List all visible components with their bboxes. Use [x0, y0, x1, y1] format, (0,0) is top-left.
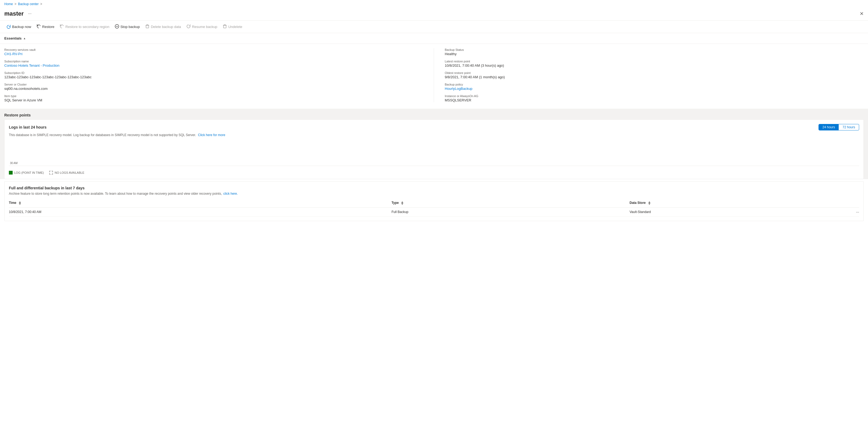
recovery-vault-value[interactable]: CH1-RV-Pri: [4, 52, 423, 56]
col-datastore-label: Data Store: [629, 201, 646, 205]
breadcrumb-sep2: >: [40, 2, 42, 6]
item-type-value: SQL Server in Azure VM: [4, 98, 423, 102]
breadcrumb-backup-center[interactable]: Backup center: [18, 2, 39, 6]
latest-restore-label: Latest restore point: [445, 60, 864, 63]
backup-policy-field: Backup policy HourlyLogBackup: [445, 83, 864, 91]
backup-policy-label: Backup policy: [445, 83, 864, 86]
time-toggle: 24 hours 72 hours: [818, 124, 859, 130]
essentials-title: Essentials: [4, 36, 22, 40]
col-time-label: Time: [9, 201, 17, 205]
toolbar: Backup now Restore Restore to secondary …: [0, 21, 868, 33]
essentials-right: Backup Status Healthy Latest restore poi…: [434, 48, 864, 102]
backup-status-label: Backup Status: [445, 48, 864, 51]
row-time: 10/8/2021, 7:00:40 AM: [9, 210, 392, 214]
restore-icon: [37, 24, 41, 29]
subscription-id-field: Subscription ID 123abc-123abc-123abc-123…: [4, 71, 423, 79]
instance-value: MSSQLSERVER: [445, 98, 864, 102]
recovery-vault-field: Recovery services vault CH1-RV-Pri: [4, 48, 423, 56]
archive-notice: Archive feature to store long term reten…: [9, 192, 859, 196]
logs-card-title: Logs in last 24 hours: [9, 125, 46, 129]
chart-label: 30 AM: [10, 161, 18, 165]
logs-info-text: This database is in SIMPLE recovery mode…: [9, 133, 859, 137]
undelete-icon: [223, 24, 227, 29]
oldest-restore-field: Oldest restore point 9/8/2021, 7:00:40 A…: [445, 71, 864, 79]
essentials-header[interactable]: Essentials ▲: [0, 33, 868, 44]
page-wrapper: Home > Backup center > master ··· ✕ Back…: [0, 0, 868, 447]
instance-label: Instance or AlwaysOn AG: [445, 94, 864, 98]
restore-secondary-label: Restore to secondary region: [65, 25, 109, 29]
table-row: 10/8/2021, 7:00:40 AM Full Backup Vault-…: [9, 208, 859, 216]
more-options-button[interactable]: ···: [26, 11, 33, 17]
logs-card-header: Logs in last 24 hours 24 hours 72 hours: [9, 124, 859, 130]
legend-nologs-item: NO LOGS AVAILABLE: [49, 171, 84, 175]
page-header: master ··· ✕: [0, 8, 868, 21]
resume-backup-label: Resume backup: [192, 25, 217, 29]
restore-button[interactable]: Restore: [34, 23, 57, 31]
backup-policy-value[interactable]: HourlyLogBackup: [445, 87, 864, 91]
svg-rect-3: [223, 25, 226, 28]
item-type-label: Item type: [4, 94, 423, 98]
backup-status-value: Healthy: [445, 52, 864, 56]
legend-area: LOG (POINT IN TIME) NO LOGS AVAILABLE: [9, 168, 859, 175]
row-more-button[interactable]: ···: [856, 210, 859, 214]
close-button[interactable]: ✕: [860, 11, 864, 17]
datastore-sort-icon[interactable]: [648, 201, 651, 205]
time-sort-icon[interactable]: [18, 201, 22, 205]
item-type-field: Item type SQL Server in Azure VM: [4, 94, 423, 102]
breadcrumb: Home > Backup center >: [0, 0, 868, 8]
logs-info-link[interactable]: Click here for more: [198, 133, 225, 137]
col-header-time: Time: [9, 201, 392, 205]
full-backups-title: Full and differential backups in last 7 …: [9, 186, 859, 190]
24h-toggle[interactable]: 24 hours: [819, 124, 839, 130]
stop-backup-button[interactable]: Stop backup: [113, 23, 142, 31]
subscription-id-value: 123abc-123abc-123abc-123abc-123abc-123ab…: [4, 75, 423, 79]
restore-secondary-icon: [60, 24, 64, 29]
undelete-label: Undelete: [228, 25, 242, 29]
chart-area: 30 AM: [9, 139, 859, 166]
essentials-grid: Recovery services vault CH1-RV-Pri Subsc…: [0, 44, 868, 107]
row-actions[interactable]: ···: [800, 210, 859, 214]
restore-points-title: Restore points: [4, 113, 864, 117]
legend-log-item: LOG (POINT IN TIME): [9, 171, 44, 175]
restore-secondary-button[interactable]: Restore to secondary region: [58, 23, 111, 31]
backup-now-button[interactable]: Backup now: [4, 23, 33, 30]
72h-toggle[interactable]: 72 hours: [839, 124, 859, 130]
stop-backup-label: Stop backup: [121, 25, 140, 29]
delete-backup-label: Delete backup data: [151, 25, 181, 29]
legend-gray-dot: [49, 171, 53, 175]
undelete-button[interactable]: Undelete: [220, 23, 244, 31]
legend-nologs-label: NO LOGS AVAILABLE: [55, 171, 84, 174]
full-backups-section: Full and differential backups in last 7 …: [4, 181, 864, 221]
essentials-chevron: ▲: [23, 37, 26, 40]
col-type-label: Type: [392, 201, 399, 205]
table-header: Time Type Data Store: [9, 199, 859, 208]
server-cluster-value: sql00.na.contosohotels.com: [4, 87, 423, 91]
breadcrumb-home[interactable]: Home: [4, 2, 13, 6]
logs-info-main: This database is in SIMPLE recovery mode…: [9, 133, 196, 137]
server-cluster-field: Server or Cluster sql00.na.contosohotels…: [4, 83, 423, 91]
stop-backup-icon: [115, 24, 119, 29]
type-sort-icon[interactable]: [401, 201, 404, 205]
server-cluster-label: Server or Cluster: [4, 83, 423, 86]
page-title: master: [4, 10, 24, 17]
col-header-type: Type: [392, 201, 629, 205]
delete-backup-button[interactable]: Delete backup data: [143, 23, 183, 31]
row-datastore: Vault-Standard: [629, 210, 800, 214]
oldest-restore-label: Oldest restore point: [445, 71, 864, 74]
restore-label: Restore: [42, 25, 55, 29]
subscription-name-field: Subscription name Contoso Hotels Tenant …: [4, 60, 423, 67]
subscription-id-label: Subscription ID: [4, 71, 423, 74]
restore-points-area: Restore points Logs in last 24 hours 24 …: [0, 109, 868, 179]
archive-notice-text: Archive feature to store long term reten…: [9, 192, 222, 196]
resume-backup-button[interactable]: Resume backup: [184, 23, 219, 31]
archive-notice-link[interactable]: click here.: [223, 192, 238, 196]
logs-card: Logs in last 24 hours 24 hours 72 hours …: [4, 119, 864, 179]
subscription-name-value[interactable]: Contoso Hotels Tenant - Production: [4, 63, 423, 67]
col-header-datastore: Data Store: [629, 201, 800, 205]
latest-restore-value: 10/8/2021, 7:00:40 AM (3 hour(s) ago): [445, 63, 864, 67]
backup-now-label: Backup now: [12, 25, 31, 29]
latest-restore-field: Latest restore point 10/8/2021, 7:00:40 …: [445, 60, 864, 67]
subscription-name-label: Subscription name: [4, 60, 423, 63]
backup-icon: [6, 25, 11, 29]
instance-field: Instance or AlwaysOn AG MSSQLSERVER: [445, 94, 864, 102]
